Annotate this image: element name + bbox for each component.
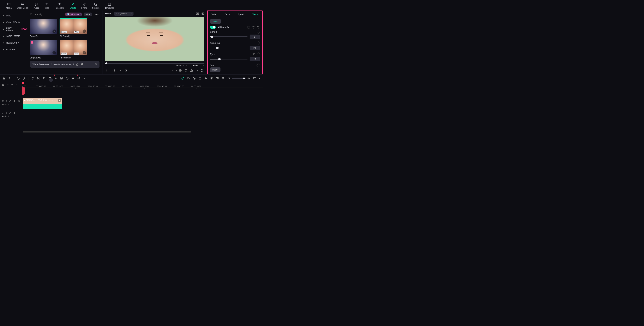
scrubber-handle[interactable] <box>105 62 107 64</box>
magnet-icon[interactable] <box>11 83 14 86</box>
reset-param-icon[interactable] <box>253 53 256 56</box>
add-track-icon[interactable] <box>2 83 5 86</box>
undo-icon[interactable] <box>17 77 20 80</box>
sidebar-item-mine[interactable]: ▶Mine <box>0 12 27 19</box>
mixer-icon[interactable] <box>210 77 213 80</box>
marker-tool-icon[interactable] <box>222 77 224 80</box>
snapshot-icon[interactable] <box>190 69 193 72</box>
add-icon[interactable]: + <box>82 30 86 33</box>
camera-tool-icon[interactable] <box>187 77 190 80</box>
display-icon[interactable] <box>184 69 188 72</box>
keyframe-icon[interactable] <box>256 41 260 45</box>
ai-tools-icon[interactable] <box>77 77 80 80</box>
keyframe-icon[interactable] <box>256 30 260 34</box>
close-icon[interactable]: ✕ <box>95 63 97 66</box>
thumbs-down-icon[interactable] <box>80 63 84 66</box>
tab-speed[interactable]: Speed <box>238 13 244 16</box>
param-value[interactable]: 20 <box>250 46 260 50</box>
copy-icon[interactable] <box>54 77 57 80</box>
color-icon[interactable] <box>72 77 74 80</box>
effect-card[interactable]: BeforeAfter⬇Face Blush <box>60 40 87 59</box>
param-slider[interactable] <box>210 59 248 60</box>
lock-icon[interactable] <box>9 112 12 114</box>
mute-icon[interactable] <box>13 112 16 114</box>
mark-out-icon[interactable]: } <box>176 69 177 72</box>
split-icon[interactable] <box>37 77 40 80</box>
sidebar-item-newblue-fx[interactable]: ▶NewBlue FX <box>0 39 27 46</box>
record-icon[interactable] <box>193 77 196 80</box>
clip-ai-icon[interactable]: ✦ <box>58 99 61 102</box>
lock-icon[interactable] <box>9 100 12 102</box>
compare-icon[interactable] <box>196 12 199 15</box>
markers-icon[interactable] <box>179 69 182 72</box>
fullscreen-icon[interactable] <box>201 69 204 72</box>
effect-card[interactable]: BeforeAfter+AI Beautify <box>60 19 87 38</box>
search-input[interactable]: beautify <box>34 13 64 16</box>
match-icon[interactable] <box>2 77 6 80</box>
timeline-hscroll[interactable] <box>22 131 262 132</box>
link2-icon[interactable] <box>15 83 18 86</box>
playhead-handle[interactable] <box>22 87 25 95</box>
filter-all[interactable]: All▼ <box>84 13 92 16</box>
player-viewport[interactable] <box>105 17 204 61</box>
sidebar-item-audio-effects[interactable]: ▶Audio Effects <box>0 33 27 39</box>
try-filmora-badge[interactable]: 💎 ry Filmora Cre <box>65 13 82 16</box>
quality-select[interactable]: Full Quality▼ <box>114 12 134 16</box>
sidebar-item-boris-fx[interactable]: ▶Boris FX <box>0 46 27 53</box>
play-icon[interactable] <box>118 69 121 72</box>
zoom-in-icon[interactable] <box>247 77 250 80</box>
nav-stickers[interactable]: Stickers <box>90 1 102 11</box>
download-icon[interactable]: ⬇ <box>82 51 86 54</box>
zoom-out-icon[interactable] <box>227 77 230 80</box>
effect-thumb[interactable]: ⬇ <box>30 40 57 55</box>
prev-frame-icon[interactable] <box>106 69 109 72</box>
group-icon[interactable] <box>216 77 219 80</box>
download-icon[interactable]: ⬇ <box>52 30 56 33</box>
delete-icon[interactable] <box>252 26 255 29</box>
nav-stock-media[interactable]: Stock Media <box>14 1 31 11</box>
effect-card[interactable]: ⬇Beautify <box>30 19 57 38</box>
more-tools-icon[interactable] <box>83 77 86 80</box>
reset-icon[interactable] <box>257 26 260 29</box>
sidebar-item-video-effects[interactable]: ▶Video Effects <box>0 19 27 26</box>
crop-icon[interactable] <box>43 77 46 80</box>
avatar-tool-icon[interactable] <box>181 77 184 80</box>
volume-icon[interactable] <box>195 69 198 72</box>
tab-color[interactable]: Color <box>225 13 230 16</box>
effect-thumb[interactable]: BeforeAfter⬇ <box>60 40 87 55</box>
effect-thumb[interactable]: ⬇ <box>30 19 57 34</box>
param-slider[interactable] <box>210 48 248 48</box>
chevron-down-icon[interactable]: ▼ <box>259 77 260 79</box>
nav-templates[interactable]: Templates <box>102 1 117 11</box>
thumbs-up-icon[interactable] <box>76 63 79 66</box>
sidebar-collapse[interactable]: ‹ <box>49 78 53 82</box>
tab-video[interactable]: Video <box>212 13 217 16</box>
param-value[interactable]: 25 <box>250 57 260 61</box>
redo-icon[interactable] <box>22 77 26 80</box>
nav-transitions[interactable]: Transitions <box>52 1 67 11</box>
keyframe-icon[interactable] <box>256 52 260 56</box>
download-icon[interactable]: ⬇ <box>52 51 56 54</box>
eye-icon[interactable] <box>18 100 20 102</box>
video-track[interactable]: ▶ 3762907-uhd_3840_2160_25fps ✦ <box>22 98 262 110</box>
timeline-ruler[interactable]: 00:0000:00:05:0000:00:10:0000:00:15:0000… <box>22 82 262 87</box>
nav-filters[interactable]: Filters <box>78 1 90 11</box>
ai-beautify-toggle[interactable] <box>210 26 216 29</box>
reset-button[interactable]: Reset <box>210 67 220 72</box>
tab-effects[interactable]: Effects <box>252 13 258 16</box>
stop-icon[interactable] <box>124 69 127 72</box>
mask-icon[interactable] <box>198 77 202 80</box>
sub-tab-video[interactable]: Video <box>210 19 221 24</box>
more-icon[interactable]: ••• <box>94 13 100 16</box>
view-mode-icon[interactable] <box>253 77 256 80</box>
param-value[interactable]: 5 <box>250 35 260 39</box>
nav-titles[interactable]: Titles <box>42 1 52 11</box>
speed-icon[interactable] <box>66 77 69 80</box>
nav-media[interactable]: Media <box>4 1 14 11</box>
mute-icon[interactable] <box>13 100 16 102</box>
effect-card[interactable]: ⬇Bright Eyes <box>30 40 57 59</box>
keyframe-icon[interactable] <box>256 64 260 67</box>
mark-in-icon[interactable]: { <box>172 69 173 72</box>
param-slider[interactable] <box>210 36 248 37</box>
track-motion-icon[interactable] <box>60 77 63 80</box>
